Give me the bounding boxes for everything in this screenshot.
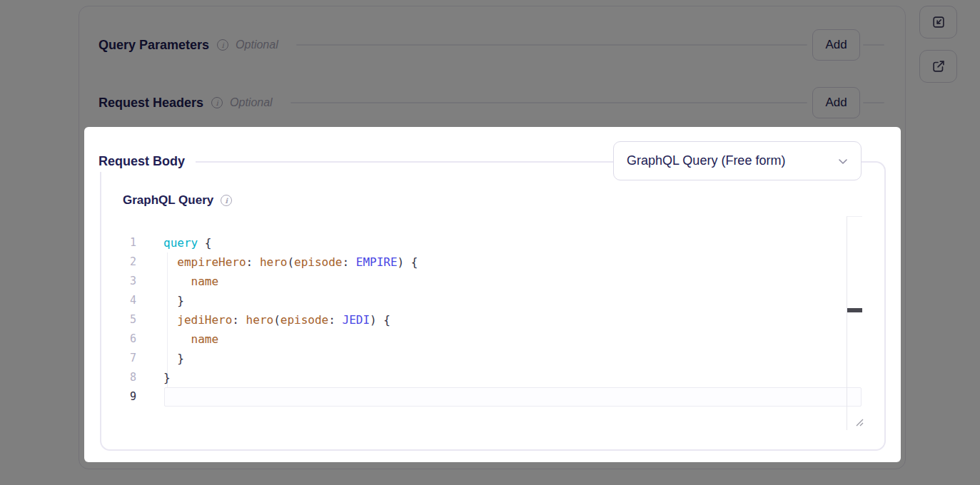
code-token	[163, 352, 177, 365]
code-line: }	[163, 349, 184, 368]
code-token	[335, 313, 343, 327]
info-icon[interactable]: i	[217, 39, 228, 51]
line-number: 2	[123, 252, 136, 272]
resize-handle[interactable]	[854, 417, 864, 427]
code-token: (	[273, 313, 281, 327]
code-line-row: 7 }	[123, 349, 847, 368]
code-token: empireHero	[177, 255, 246, 269]
code-line-row: 4 }	[123, 291, 847, 310]
add-request-header-button[interactable]: Add	[812, 87, 860, 118]
line-number: 1	[123, 233, 136, 252]
code-token: }	[177, 294, 184, 307]
request-body-label: Request Body	[93, 150, 196, 172]
code-line-row: 8}	[123, 368, 847, 387]
editor-scrollbar-thumb[interactable]	[847, 308, 862, 312]
code-token: }	[163, 371, 171, 384]
code-token: JEDI	[343, 313, 370, 327]
code-token	[163, 294, 177, 307]
code-token: :	[246, 255, 253, 269]
code-token: {	[411, 255, 418, 269]
code-token: :	[328, 313, 335, 327]
line-number: 6	[123, 330, 136, 349]
optional-badge: Optional	[230, 96, 273, 109]
editor-scrollbar-track	[847, 216, 862, 430]
code-token	[404, 255, 411, 269]
code-token: name	[191, 332, 219, 346]
code-token	[163, 275, 191, 288]
section-divider	[291, 102, 807, 103]
code-token: )	[398, 255, 405, 269]
graphql-query-label: GraphQL Query	[123, 193, 213, 208]
code-token: (	[287, 255, 294, 269]
line-number: 8	[123, 368, 136, 387]
request-form-card: Query Parameters i Optional Add Request …	[79, 6, 906, 469]
section-divider-end	[863, 44, 884, 46]
line-number: 5	[123, 310, 136, 330]
code-token: hero	[260, 255, 288, 269]
code-token: }	[177, 352, 184, 365]
code-token: :	[342, 255, 349, 269]
graphql-query-label-row: GraphQL Query i	[123, 193, 232, 208]
code-token	[239, 313, 246, 327]
section-divider	[296, 44, 807, 46]
code-line-row: 9	[123, 387, 847, 407]
external-link-icon	[931, 58, 946, 74]
body-type-select[interactable]: GraphQL Query (Free form)	[613, 141, 862, 180]
code-token	[163, 332, 191, 346]
code-line: empireHero: hero(episode: EMPIRE) {	[163, 252, 418, 272]
code-line-row: 1query {	[123, 233, 847, 252]
query-parameters-section: Query Parameters i Optional Add	[98, 29, 884, 61]
code-token: jediHero	[177, 313, 232, 327]
line-number: 3	[123, 272, 136, 291]
code-token	[349, 255, 356, 269]
code-line-row: 3 name	[123, 272, 847, 291]
inline-edit-button[interactable]	[919, 6, 957, 39]
code-token: query	[163, 236, 198, 250]
arrow-into-square-icon	[931, 14, 946, 30]
code-token: )	[370, 313, 377, 327]
code-line-row: 5 jediHero: hero(episode: JEDI) {	[123, 310, 847, 330]
code-line: jediHero: hero(episode: JEDI) {	[163, 310, 390, 330]
code-token: :	[232, 313, 239, 327]
code-line: name	[163, 272, 218, 291]
body-type-selected-value: GraphQL Query (Free form)	[627, 153, 785, 168]
code-token	[198, 236, 205, 250]
code-token: EMPIRE	[356, 255, 398, 269]
request-headers-section: Request Headers i Optional Add	[98, 87, 884, 118]
code-token: {	[205, 236, 212, 250]
code-token	[163, 313, 177, 327]
query-parameters-label: Query Parameters	[98, 38, 209, 53]
request-headers-label: Request Headers	[98, 96, 203, 111]
code-token	[377, 313, 384, 327]
chevron-down-icon	[837, 155, 849, 168]
code-token	[253, 255, 260, 269]
code-line: }	[163, 368, 171, 387]
code-token: name	[191, 275, 219, 288]
info-icon[interactable]: i	[221, 195, 232, 206]
line-number: 9	[123, 387, 136, 407]
code-line-row: 6 name	[123, 330, 847, 349]
code-line: name	[163, 330, 218, 349]
code-token: hero	[246, 313, 274, 327]
code-token	[163, 255, 177, 269]
code-token: episode	[281, 313, 328, 327]
code-token: episode	[294, 255, 342, 269]
info-icon[interactable]: i	[211, 97, 223, 108]
add-query-parameter-button[interactable]: Add	[812, 29, 860, 61]
code-token: {	[383, 313, 390, 327]
code-line-row: 2 empireHero: hero(episode: EMPIRE) {	[123, 252, 847, 272]
line-number: 7	[123, 349, 136, 368]
code-line: query {	[163, 233, 211, 252]
section-divider-end	[863, 102, 884, 103]
line-number: 4	[123, 291, 136, 310]
code-line: }	[163, 291, 184, 310]
open-external-button[interactable]	[919, 50, 957, 83]
optional-badge: Optional	[236, 39, 278, 51]
graphql-query-editor[interactable]: 1query {2 empireHero: hero(episode: EMPI…	[123, 233, 847, 407]
